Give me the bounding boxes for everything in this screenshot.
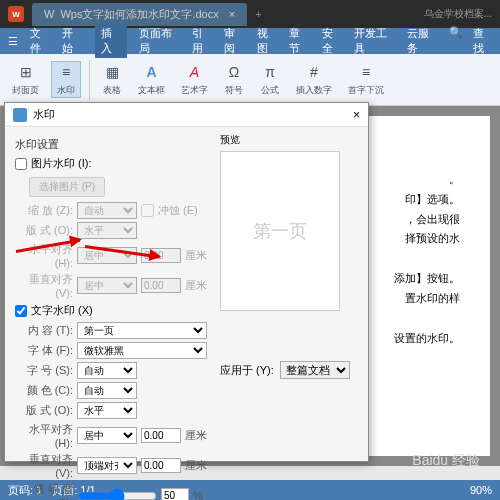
search-icon[interactable]: 🔍 (449, 26, 463, 56)
layout-select: 水平 (77, 222, 137, 239)
section-title: 水印设置 (15, 137, 210, 152)
tool-number[interactable]: #插入数字 (292, 62, 336, 97)
valign2-select[interactable]: 顶端对齐 (77, 457, 137, 474)
valign-select: 居中 (77, 277, 137, 294)
halign2-select[interactable]: 居中 (77, 427, 137, 444)
close-tab-icon[interactable]: × (229, 8, 235, 20)
wordart-icon: A (185, 62, 205, 82)
file-menu[interactable]: 文件 (30, 26, 50, 56)
search-label[interactable]: 查找 (473, 26, 492, 56)
tool-formula[interactable]: π公式 (256, 62, 284, 97)
menu-view[interactable]: 视图 (257, 26, 277, 56)
hamburger-icon[interactable]: ☰ (8, 35, 18, 48)
font-select[interactable]: 微软雅黑 (77, 342, 207, 359)
menu-ref[interactable]: 引用 (192, 26, 212, 56)
menubar: ☰ 文件 开始 插入 页面布局 引用 审阅 视图 章节 安全 开发工具 云服务 … (0, 28, 500, 54)
content-select[interactable]: 第一页 (77, 322, 207, 339)
tool-watermark[interactable]: ≡水印 (51, 61, 81, 98)
tool-table[interactable]: ▦表格 (98, 62, 126, 97)
watermark-dialog: 水印 × 水印设置 图片水印 (I): 选择图片 (P) 缩 放 (Z):自动冲… (4, 102, 369, 462)
transparency-value[interactable] (161, 488, 189, 500)
formula-icon: π (260, 62, 280, 82)
menu-start[interactable]: 开始 (62, 26, 82, 56)
washout-checkbox (141, 204, 154, 217)
tool-textbox[interactable]: A文本框 (134, 62, 169, 97)
ribbon-toolbar: ⊞封面页 ≡水印 ▦表格 A文本框 A艺术字 Ω符号 π公式 #插入数字 ≡首字… (0, 54, 500, 106)
tool-dropcap[interactable]: ≡首字下沉 (344, 62, 388, 97)
color-select[interactable]: 自动 (77, 382, 137, 399)
dialog-icon (13, 108, 27, 122)
wps-logo: W (8, 6, 24, 22)
textbox-icon: A (142, 62, 162, 82)
titlebar-right: 乌金学校档案... (424, 7, 492, 21)
tool-cover[interactable]: ⊞封面页 (8, 62, 43, 97)
new-tab-button[interactable]: + (255, 8, 261, 20)
titlebar: W W Wps文字如何添加水印文字.docx × + 乌金学校档案... (0, 0, 500, 28)
preview-label: 预览 (220, 133, 358, 147)
halign2-offset[interactable] (141, 428, 181, 443)
preview-watermark: 第一页 (253, 219, 307, 243)
menu-insert[interactable]: 插入 (95, 24, 127, 58)
valign-offset (141, 278, 181, 293)
menu-cloud[interactable]: 云服务 (407, 26, 438, 56)
menu-section[interactable]: 章节 (289, 26, 309, 56)
layout2-select[interactable]: 水平 (77, 402, 137, 419)
pic-watermark-checkbox[interactable] (15, 158, 27, 170)
document-tab[interactable]: W Wps文字如何添加水印文字.docx × (32, 3, 247, 26)
dialog-close-icon[interactable]: × (353, 108, 360, 122)
dropcap-icon: ≡ (356, 62, 376, 82)
menu-security[interactable]: 安全 (322, 26, 342, 56)
baidu-badge: Baidu 经验 (412, 452, 480, 470)
zoom-select: 自动 (77, 202, 137, 219)
cover-icon: ⊞ (16, 62, 36, 82)
size-select[interactable]: 自动 (77, 362, 137, 379)
valign2-offset[interactable] (141, 458, 181, 473)
preview-box: 第一页 (220, 151, 340, 311)
dialog-title: 水印 (33, 107, 55, 122)
zoom-level: 90% (470, 484, 492, 496)
table-icon: ▦ (102, 62, 122, 82)
transparency-slider[interactable] (77, 488, 157, 501)
menu-review[interactable]: 审阅 (224, 26, 244, 56)
text-watermark-checkbox[interactable] (15, 305, 27, 317)
dialog-titlebar: 水印 × (5, 103, 368, 127)
menu-layout[interactable]: 页面布局 (139, 26, 180, 56)
apply-select[interactable]: 整篇文档 (280, 361, 350, 379)
tool-symbol[interactable]: Ω符号 (220, 62, 248, 97)
word-icon: W (44, 8, 54, 20)
tab-label: Wps文字如何添加水印文字.docx (60, 7, 218, 22)
tool-wordart[interactable]: A艺术字 (177, 62, 212, 97)
watermark-icon: ≡ (56, 62, 76, 82)
number-icon: # (304, 62, 324, 82)
symbol-icon: Ω (224, 62, 244, 82)
menu-dev[interactable]: 开发工具 (354, 26, 395, 56)
select-pic-button: 选择图片 (P) (29, 177, 105, 197)
